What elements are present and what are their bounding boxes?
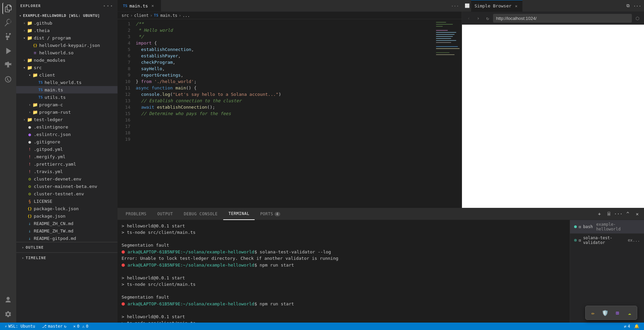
- browser-open-external-button[interactable]: ⬡: [633, 14, 641, 22]
- terminal-session-solana[interactable]: ⊡ solana-test-validator ex...: [570, 233, 644, 247]
- tree-item-readme-cn[interactable]: › ↓ README_ZH_CN.md: [16, 220, 118, 227]
- status-branch[interactable]: ⎇ master ↻: [40, 323, 69, 330]
- readme-tw-label: README_ZH_TW.md: [34, 228, 73, 233]
- terminal-session-bash[interactable]: ⊡ bash example-helloworld: [570, 220, 644, 233]
- activity-settings[interactable]: [2, 308, 14, 320]
- error-icon: ✕: [73, 324, 76, 329]
- status-wsl[interactable]: ⚡ WSL: Ubuntu: [3, 323, 37, 330]
- tree-item-dist[interactable]: ▾ 📁 dist / program: [16, 34, 118, 42]
- panel-maximize-button[interactable]: ^: [624, 210, 632, 218]
- tree-item-test-ledger[interactable]: › 📁 test-ledger: [16, 116, 118, 123]
- md-icon-cn: ↓: [27, 221, 32, 226]
- tree-item-github[interactable]: › 📁 .github: [16, 19, 118, 27]
- tab-main-ts-label: main.ts: [129, 3, 148, 8]
- tree-item-package-lock[interactable]: › {} package-lock.json: [16, 205, 118, 212]
- folder-icon-program-rust: 📁: [32, 109, 38, 115]
- browser-url-input[interactable]: [493, 14, 632, 23]
- tab-problems[interactable]: PROBLEMS: [120, 208, 152, 220]
- t-line-11: [122, 287, 566, 294]
- activity-bar: [0, 0, 16, 323]
- tree-root[interactable]: ▾ EXAMPLE-HELLOWORLD [WSL: UBUNTU]: [16, 12, 118, 19]
- activity-run[interactable]: [2, 45, 14, 57]
- tree-item-so[interactable]: › ≡ helloworld.so: [16, 49, 118, 56]
- tree-item-readme-gitpod[interactable]: › ↓ README-gitpod.md: [16, 235, 118, 242]
- tab-debug-console[interactable]: DEBUG CONSOLE: [178, 208, 223, 220]
- json-icon-package-lock: {}: [27, 206, 32, 211]
- tree-item-prettierrc[interactable]: › ! .prettierrc.yaml: [16, 160, 118, 168]
- status-notification[interactable]: 🔔: [632, 324, 641, 329]
- tree-item-utils-ts[interactable]: › TS utils.ts: [16, 93, 118, 101]
- activity-explorer[interactable]: [2, 3, 14, 14]
- outline-section: › OUTLINE: [16, 242, 118, 252]
- tab-ports[interactable]: PORTS 4: [255, 208, 285, 220]
- tree-item-nodemodules[interactable]: › 📁 node_modules: [16, 56, 118, 64]
- status-ports-count[interactable]: ⇄ 4: [622, 324, 632, 329]
- browser-more-button[interactable]: ···: [633, 2, 641, 10]
- breadcrumb-sep2: ›: [150, 13, 152, 18]
- tree-item-cluster-mainnet[interactable]: › ⚙ cluster-mainnet-beta.env: [16, 183, 118, 190]
- terminal-output[interactable]: > helloworld@0.0.1 start > ts-node src/c…: [118, 220, 570, 323]
- code-content[interactable]: /** * Hello world */ import { establishC…: [134, 19, 435, 208]
- tree-item-helloworld-ts[interactable]: › TS hello_world.ts: [16, 79, 118, 86]
- session-solana-sublabel: ex...: [628, 238, 640, 243]
- float-pencil-button[interactable]: ✏️: [588, 307, 598, 318]
- tree-item-program-rust[interactable]: › 📁 program-rust: [16, 108, 118, 116]
- browser-tab-close[interactable]: ✕: [514, 3, 519, 9]
- tree-item-program-c[interactable]: › 📁 program-c: [16, 101, 118, 108]
- folder-icon-client: 📁: [32, 72, 38, 78]
- activity-account[interactable]: [2, 294, 14, 306]
- tree-item-keypair[interactable]: › {} helloworld-keypair.json: [16, 42, 118, 49]
- panel-split-button[interactable]: ⌸: [605, 210, 613, 218]
- status-errors[interactable]: ✕ 0 ⚠ 0: [71, 323, 91, 330]
- browser-refresh-button[interactable]: ↻: [484, 14, 492, 22]
- activity-remote[interactable]: [2, 74, 14, 85]
- timeline-header[interactable]: › TIMELINE: [16, 254, 118, 262]
- tree-item-gitpod[interactable]: › ! .gitpod.yml: [16, 145, 118, 153]
- tree-item-main-ts[interactable]: › TS main.ts: [16, 86, 118, 93]
- split-editor-button[interactable]: ⧉: [624, 2, 632, 10]
- tree-item-eslintignore[interactable]: › ● .eslintignore: [16, 123, 118, 131]
- tree-item-mergify[interactable]: › ! .mergify.yml: [16, 153, 118, 160]
- tree-item-license[interactable]: › § LICENSE: [16, 197, 118, 205]
- tab-close-main-ts[interactable]: ✕: [150, 3, 155, 8]
- float-cloud-button[interactable]: ☁: [624, 307, 635, 318]
- svg-rect-3: [436, 26, 443, 27]
- browser-back-button[interactable]: ‹: [465, 14, 473, 22]
- panel-more-button[interactable]: ···: [614, 210, 622, 218]
- activity-extensions[interactable]: [2, 59, 14, 71]
- tree-item-client[interactable]: ▾ 📁 client: [16, 71, 118, 79]
- activity-bar-bottom: [2, 294, 14, 323]
- tab-more-button[interactable]: ···: [448, 3, 462, 8]
- nodemodules-arrow: ›: [22, 57, 27, 63]
- folder-icon-dist: 📁: [27, 35, 32, 40]
- panel-close-button[interactable]: ✕: [633, 210, 641, 218]
- tree-item-package[interactable]: › {} package.json: [16, 212, 118, 220]
- tree-item-travis[interactable]: › ! .travis.yml: [16, 168, 118, 175]
- svg-rect-9: [436, 40, 456, 41]
- outline-header[interactable]: › OUTLINE: [16, 244, 118, 251]
- panel-add-button[interactable]: +: [595, 210, 603, 218]
- tree-item-src[interactable]: ▾ 📁 src: [16, 64, 118, 71]
- tree-item-gitignore[interactable]: › ● .gitignore: [16, 138, 118, 145]
- tree-item-readme-tw[interactable]: › ↓ README_ZH_TW.md: [16, 227, 118, 235]
- tree-item-cluster-testnet[interactable]: › ⚙ cluster-testnet.env: [16, 190, 118, 197]
- activity-search[interactable]: [2, 17, 14, 28]
- env-icon-mainnet: ⚙: [27, 184, 32, 189]
- activity-source-control[interactable]: [2, 31, 14, 43]
- browser-tab-simple[interactable]: Simple Browser ✕: [471, 0, 522, 12]
- tab-main-ts[interactable]: TS main.ts ✕: [118, 0, 161, 11]
- folder-icon: 📁: [27, 20, 32, 26]
- tree-item-eslintrc[interactable]: › ● .eslintrc.json: [16, 131, 118, 138]
- sidebar-more-icon[interactable]: ···: [103, 3, 113, 9]
- tab-terminal[interactable]: TERMINAL: [223, 208, 255, 220]
- svg-rect-8: [436, 38, 451, 39]
- utils-ts-label: utils.ts: [45, 95, 66, 100]
- float-shield-button[interactable]: 🛡️: [600, 307, 611, 318]
- tree-item-cluster-devnet[interactable]: › ⚙ cluster-devnet.env: [16, 175, 118, 183]
- session-solana-label: solana-test-validator: [583, 236, 624, 245]
- timeline-arrow: ›: [20, 255, 26, 260]
- float-grid-button[interactable]: ⊞: [612, 307, 623, 318]
- browser-forward-button[interactable]: ›: [474, 14, 482, 22]
- tab-output[interactable]: OUTPUT: [152, 208, 178, 220]
- tree-item-theia[interactable]: › 📁 .theia: [16, 27, 118, 34]
